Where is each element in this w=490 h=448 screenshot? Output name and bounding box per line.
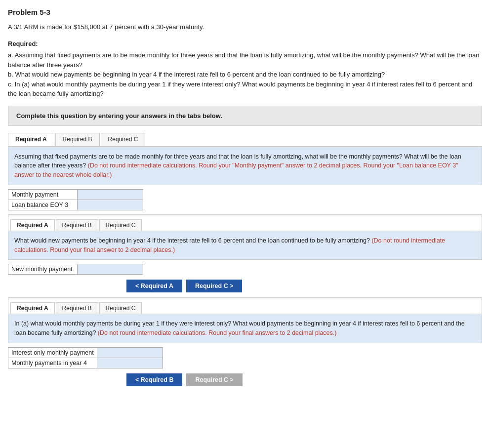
section-b-table: New monthly payment <box>8 264 143 275</box>
new-monthly-payment-input[interactable] <box>81 266 140 273</box>
monthly-payment-input-cell[interactable] <box>78 189 143 200</box>
monthly-payments-year4-input-cell[interactable] <box>97 358 163 368</box>
tab-required-a[interactable]: Required A <box>8 133 54 146</box>
section-c-tabs-row: Required A Required B Required C <box>8 298 482 314</box>
page-title: Problem 5-3 <box>8 8 482 16</box>
complete-box: Complete this question by entering your … <box>8 106 482 126</box>
section-b-tabs-row: Required A Required B Required C <box>8 215 482 231</box>
interest-only-label: Interest only monthly payment <box>8 347 97 358</box>
loan-balance-label: Loan balance EOY 3 <box>8 200 78 210</box>
section-tab-required-a-c[interactable]: Required A <box>10 302 55 314</box>
section-c-body: In (a) what would monthly payments be du… <box>8 314 482 343</box>
section-a-table: Monthly payment Loan balance EOY 3 <box>8 189 143 210</box>
interest-only-input-cell[interactable] <box>97 347 163 358</box>
section-tab-required-a-b[interactable]: Required A <box>10 219 55 231</box>
section-c-table: Interest only monthly payment Monthly pa… <box>8 347 163 368</box>
table-row: Loan balance EOY 3 <box>8 200 143 210</box>
part-b-text: b. What would new payments be beginning … <box>8 70 482 80</box>
section-tab-required-b-c[interactable]: Required B <box>56 302 98 314</box>
intro-text: A 3/1 ARM is made for $158,000 at 7 perc… <box>8 22 482 32</box>
section-a-description: Assuming that fixed payments are to be m… <box>8 147 482 185</box>
tab-required-c[interactable]: Required C <box>101 133 146 146</box>
part-c-text: c. In (a) what would monthly payments be… <box>8 80 482 99</box>
monthly-payment-label: Monthly payment <box>8 189 78 200</box>
top-tabs-row: Required A Required B Required C <box>8 133 482 147</box>
nav-forward-required-c[interactable]: Required C > <box>186 280 242 292</box>
part-a-text: a. Assuming that fixed payments are to b… <box>8 50 482 70</box>
new-monthly-payment-label: New monthly payment <box>8 264 78 275</box>
table-row: Monthly payment <box>8 189 143 200</box>
nav-back-required-a[interactable]: < Required A <box>126 280 182 292</box>
nav-back-required-b[interactable]: < Required B <box>126 373 182 386</box>
nav-forward-required-c2: Required C > <box>186 373 242 386</box>
section-c-nav: < Required B Required C > <box>8 373 482 386</box>
loan-balance-input-cell[interactable] <box>78 200 143 210</box>
monthly-payments-year4-label: Monthly payments in year 4 <box>8 358 97 368</box>
table-row: Monthly payments in year 4 <box>8 358 163 368</box>
table-row: Interest only monthly payment <box>8 347 163 358</box>
section-b-text: What would new payments be beginning in … <box>14 237 370 244</box>
section-b-nav: < Required A Required C > <box>8 280 482 292</box>
required-label: Required: <box>8 39 482 49</box>
section-c-note: (Do not round intermediate calculations.… <box>98 329 337 336</box>
tab-required-b[interactable]: Required B <box>55 133 100 146</box>
section-tab-required-c-c[interactable]: Required C <box>99 302 142 314</box>
monthly-payments-year4-input[interactable] <box>100 360 160 367</box>
loan-balance-input[interactable] <box>81 202 140 208</box>
section-b-body: What would new payments be beginning in … <box>8 231 482 260</box>
section-tab-required-c-b[interactable]: Required C <box>99 219 142 231</box>
table-row: New monthly payment <box>8 264 143 275</box>
interest-only-input[interactable] <box>100 349 160 356</box>
section-tab-required-b-b[interactable]: Required B <box>56 219 98 231</box>
monthly-payment-input[interactable] <box>81 191 140 198</box>
new-monthly-payment-input-cell[interactable] <box>78 264 143 275</box>
